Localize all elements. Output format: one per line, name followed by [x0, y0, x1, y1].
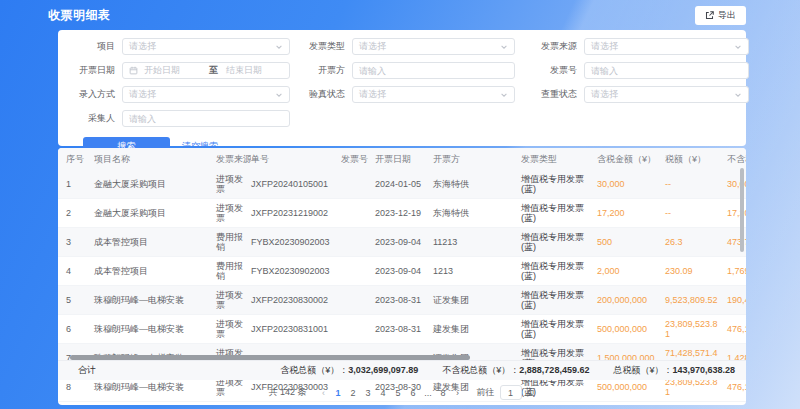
- cell-project: 金融大厦采购项目: [94, 199, 216, 228]
- table-row[interactable]: 1 金融大厦采购项目 进项发票 JXFP20240105001 2024-01-…: [58, 170, 746, 199]
- cell-invoice-no: [341, 199, 375, 228]
- invoice-type-label: 发票类型: [297, 40, 345, 53]
- cell-source: 费用报销: [216, 257, 251, 286]
- entry-method-label: 录入方式: [66, 88, 115, 101]
- cell-invoice-no: [341, 170, 375, 199]
- project-select-placeholder: 请选择: [129, 40, 156, 53]
- cell-issuer: 东海特供: [433, 199, 521, 228]
- cell-tax: --: [665, 170, 727, 199]
- cell-invoice-no: [341, 228, 375, 257]
- next-page-button[interactable]: ›: [451, 388, 465, 398]
- page-number-button[interactable]: 1: [331, 388, 346, 398]
- project-label: 项目: [66, 40, 115, 53]
- issuer-input[interactable]: [359, 66, 508, 76]
- collector-label: 采集人: [66, 112, 115, 125]
- verify-status-select[interactable]: 请选择: [352, 86, 515, 103]
- cell-project: 珠穆朗玛峰—电梯安装: [94, 286, 216, 315]
- export-label: 导出: [718, 9, 736, 22]
- chevron-down-icon: [500, 91, 508, 99]
- invoice-date-label: 开票日期: [66, 64, 115, 77]
- vertical-scrollbar[interactable]: [740, 168, 744, 252]
- cell-tax: 9,523,809.52: [665, 286, 727, 315]
- summary-bar: 合计 含税总额（¥）：3,032,699,097.89 不含税总额（¥）：2,8…: [58, 360, 746, 380]
- issuer-label: 开票方: [297, 64, 345, 77]
- cell-seq: 4: [58, 257, 94, 286]
- table-row[interactable]: 4 成本管控项目 费用报销 FYBX20230902003 2023-09-04…: [58, 257, 746, 286]
- cell-amount: 17,200: [597, 199, 665, 228]
- page-number-button[interactable]: 6: [406, 388, 421, 398]
- page-number-button[interactable]: ...: [421, 388, 436, 398]
- cell-order-no: FYBX20230902003: [251, 228, 341, 257]
- cell-seq: 6: [58, 315, 94, 344]
- cell-type: 增值税专用发票(蓝): [521, 170, 597, 199]
- col-net: 不含税金额（¥）: [727, 148, 746, 170]
- page-number-button[interactable]: 4: [376, 388, 391, 398]
- col-tax: 税额（¥）: [665, 148, 727, 170]
- col-seq: 序号: [58, 148, 94, 170]
- cell-date: 2023-09-04: [375, 257, 433, 286]
- collector-input[interactable]: [129, 114, 283, 124]
- cell-tax: --: [665, 199, 727, 228]
- cell-project: 成本管控项目: [94, 257, 216, 286]
- cell-amount: 2,000: [597, 257, 665, 286]
- cell-seq: 5: [58, 286, 94, 315]
- table-row[interactable]: 3 成本管控项目 费用报销 FYBX20230902003 2023-09-04…: [58, 228, 746, 257]
- cell-net: 476,190,476.19: [727, 315, 746, 344]
- cell-issuer: 1213: [433, 257, 521, 286]
- issuer-input-wrap: [352, 62, 515, 79]
- table-row[interactable]: 5 珠穆朗玛峰—电梯安装 进项发票 JXFP20230830002 2023-0…: [58, 286, 746, 315]
- export-button[interactable]: 导出: [695, 6, 746, 25]
- cell-net: 1,769.91: [727, 257, 746, 286]
- chevron-down-icon: [275, 43, 283, 51]
- invoice-date-range-picker[interactable]: 开始日期 至 结束日期: [122, 62, 290, 79]
- cell-type: 增值税专用发票(蓝): [521, 257, 597, 286]
- jump-suffix-label: 页: [527, 386, 536, 399]
- page-number-button[interactable]: 8: [436, 388, 451, 398]
- cell-order-no: JXFP20240105001: [251, 170, 341, 199]
- table-row[interactable]: 2 金融大厦采购项目 进项发票 JXFP20231219002 2023-12-…: [58, 199, 746, 228]
- cell-project: 珠穆朗玛峰—电梯安装: [94, 315, 216, 344]
- invoice-source-select[interactable]: 请选择: [584, 38, 749, 55]
- cell-order-no: JXFP20230831001: [251, 315, 341, 344]
- prev-page-button[interactable]: ‹: [317, 388, 331, 398]
- cell-source: 进项发票: [216, 286, 251, 315]
- cell-amount: 30,000: [597, 170, 665, 199]
- cell-order-no: JXFP20230830002: [251, 286, 341, 315]
- cell-source: 费用报销: [216, 228, 251, 257]
- page-number-button[interactable]: 3: [361, 388, 376, 398]
- cell-issuer: 建发集团: [433, 315, 521, 344]
- dup-check-status-select[interactable]: 请选择: [584, 86, 749, 103]
- cell-invoice-no: [341, 257, 375, 286]
- page-number-button[interactable]: 5: [391, 388, 406, 398]
- entry-method-select-placeholder: 请选择: [129, 88, 156, 101]
- calendar-icon: [129, 66, 138, 75]
- cell-date: 2023-12-19: [375, 199, 433, 228]
- date-end-placeholder: 结束日期: [226, 64, 283, 77]
- jump-page-input[interactable]: [500, 385, 522, 400]
- col-amount: 含税金额（¥）: [597, 148, 665, 170]
- cell-type: 增值税专用发票(蓝): [521, 286, 597, 315]
- cell-amount: 500,000,000: [597, 315, 665, 344]
- cell-tax: 26.3: [665, 228, 727, 257]
- cell-project: 金融大厦采购项目: [94, 170, 216, 199]
- dup-check-status-label: 查重状态: [522, 88, 577, 101]
- table-row[interactable]: 6 珠穆朗玛峰—电梯安装 进项发票 JXFP20230831001 2023-0…: [58, 315, 746, 344]
- cell-seq: 3: [58, 228, 94, 257]
- cell-order-no: JXFP20231219002: [251, 199, 341, 228]
- cell-tax: 230.09: [665, 257, 727, 286]
- cell-issuer: 证发集团: [433, 286, 521, 315]
- date-start-placeholder: 开始日期: [144, 64, 201, 77]
- invoice-no-input[interactable]: [591, 66, 742, 76]
- cell-date: 2024-01-05: [375, 170, 433, 199]
- invoice-type-select[interactable]: 请选择: [352, 38, 515, 55]
- cell-invoice-no: [341, 286, 375, 315]
- col-issuer: 开票方: [433, 148, 521, 170]
- col-invoice-no: 发票号: [341, 148, 375, 170]
- cell-amount: 500: [597, 228, 665, 257]
- project-select[interactable]: 请选择: [122, 38, 290, 55]
- dup-check-select-placeholder: 请选择: [591, 88, 618, 101]
- col-date: 开票日期: [375, 148, 433, 170]
- entry-method-select[interactable]: 请选择: [122, 86, 290, 103]
- page-number-button[interactable]: 2: [346, 388, 361, 398]
- col-project: 项目名称: [94, 148, 216, 170]
